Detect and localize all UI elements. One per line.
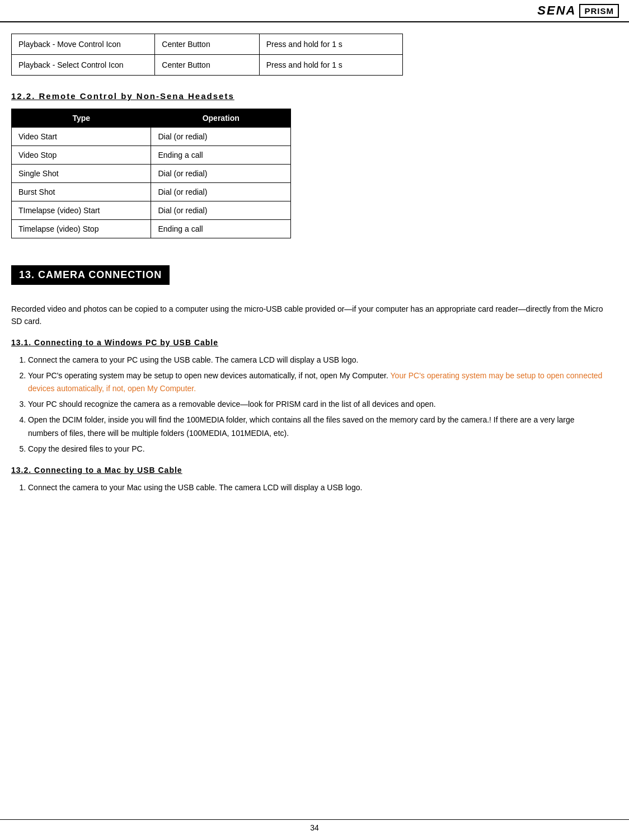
section-13-2-steps: Connect the camera to your Mac using the… (28, 481, 607, 495)
section-13-2-title: 13.2. Connecting to a Mac by USB Cable (11, 466, 607, 475)
table-cell: Center Button (155, 34, 259, 55)
operation-cell: Ending a call (151, 220, 291, 238)
table-cell: Playback - Select Control Icon (12, 55, 155, 76)
table-row: Burst ShotDial (or redial) (12, 183, 291, 201)
list-item: Your PC's operating system may be setup … (28, 369, 607, 396)
section-13-1-title: 13.1. Connecting to a Windows PC by USB … (11, 338, 607, 347)
section-13-1-steps: Connect the camera to your PC using the … (28, 354, 607, 456)
page-header: SENA PRISM (0, 0, 629, 22)
page-footer: 34 (0, 819, 629, 832)
section-13-intro: Recorded video and photos can be copied … (11, 303, 607, 328)
type-cell: Single Shot (12, 165, 151, 183)
brand-logo: SENA PRISM (537, 3, 619, 18)
operation-cell: Dial (or redial) (151, 165, 291, 183)
table-row: TImelapse (video) StartDial (or redial) (12, 201, 291, 220)
type-cell: Video Start (12, 128, 151, 146)
prism-logo-text: PRISM (579, 4, 619, 18)
table-cell: Center Button (155, 55, 259, 76)
page-number: 34 (310, 823, 319, 832)
page-content: Playback - Move Control IconCenter Butto… (0, 22, 629, 536)
table-cell: Press and hold for 1 s (259, 34, 402, 55)
operation-cell: Dial (or redial) (151, 128, 291, 146)
type-cell: TImelapse (video) Start (12, 201, 151, 220)
table-row: Playback - Move Control IconCenter Butto… (12, 34, 403, 55)
table-cell: Press and hold for 1 s (259, 55, 402, 76)
list-item: Copy the desired files to your PC. (28, 443, 607, 456)
table-row: Timelapse (video) StopEnding a call (12, 220, 291, 238)
operation-column-header: Operation (151, 109, 291, 128)
list-item: Connect the camera to your Mac using the… (28, 481, 607, 495)
section-13-heading: 13. CAMERA CONNECTION (11, 265, 170, 285)
table-row: Video StartDial (or redial) (12, 128, 291, 146)
type-cell: Video Stop (12, 146, 151, 165)
table-row: Playback - Select Control IconCenter But… (12, 55, 403, 76)
table-cell: Playback - Move Control Icon (12, 34, 155, 55)
table-row: Single ShotDial (or redial) (12, 165, 291, 183)
section-12-2-title: 12.2. Remote Control by Non-Sena Headset… (11, 91, 607, 101)
operation-cell: Ending a call (151, 146, 291, 165)
type-cell: Timelapse (video) Stop (12, 220, 151, 238)
table-row: Video StopEnding a call (12, 146, 291, 165)
list-item: Connect the camera to your PC using the … (28, 354, 607, 367)
list-item: Open the DCIM folder, inside you will fi… (28, 414, 607, 440)
step2-normal: Your PC's operating system may be setup … (28, 371, 391, 380)
type-column-header: Type (12, 109, 151, 128)
operation-cell: Dial (or redial) (151, 201, 291, 220)
sena-logo-text: SENA (537, 3, 576, 18)
type-cell: Burst Shot (12, 183, 151, 201)
playback-controls-table: Playback - Move Control IconCenter Butto… (11, 34, 403, 76)
remote-control-table: Type Operation Video StartDial (or redia… (11, 109, 291, 238)
list-item: Your PC should recognize the camera as a… (28, 398, 607, 411)
operation-cell: Dial (or redial) (151, 183, 291, 201)
